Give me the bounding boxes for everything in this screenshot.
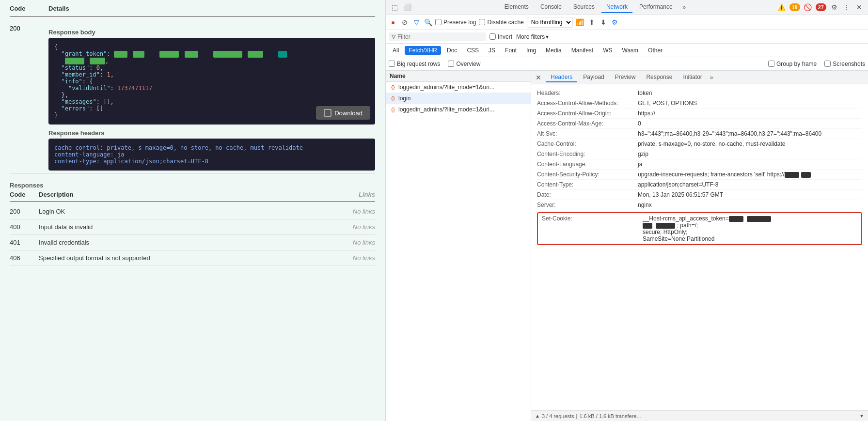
settings-icon[interactable]: ⚙ (829, 2, 839, 12)
api-icon-0: {} (390, 84, 396, 91)
status-separator: | (576, 413, 578, 419)
scroll-down-icon[interactable]: ▼ (859, 413, 864, 419)
download-button[interactable]: Download (316, 106, 370, 120)
network-toolbar: ● ⊘ ▽ 🔍 Preserve log Disable cache No th… (386, 15, 868, 30)
type-media[interactable]: Media (542, 46, 566, 55)
download-label: Download (334, 109, 363, 117)
redacted-token-1 (729, 216, 743, 222)
close-devtools-icon[interactable]: ✕ (854, 2, 864, 12)
more-tabs-icon[interactable]: » (679, 2, 689, 12)
type-font[interactable]: Font (501, 46, 521, 55)
screenshots-checkbox[interactable] (824, 61, 831, 67)
preserve-log-label[interactable]: Preserve log (435, 19, 476, 26)
detail-tab-response[interactable]: Response (641, 73, 677, 82)
header-row-3: Access-Control-Max-Age: 0 (537, 119, 862, 129)
close-detail-button[interactable]: ✕ (534, 73, 543, 82)
redacted-token-4 (656, 223, 675, 229)
disable-cache-checkbox[interactable] (479, 19, 485, 25)
overview-checkbox[interactable] (448, 61, 454, 67)
group-by-frame-checkbox[interactable] (768, 61, 774, 67)
json-info: "info": { (54, 78, 369, 85)
type-fetch-xhr[interactable]: Fetch/XHR (405, 46, 441, 55)
type-other[interactable]: Other (644, 46, 666, 55)
hkey-3: Access-Control-Max-Age: (537, 120, 634, 127)
responses-row-3: 406 Specified output format is not suppo… (10, 250, 375, 266)
detail-tabs: ✕ Headers Payload Preview Response Initi… (531, 71, 868, 84)
type-all[interactable]: All (389, 46, 403, 55)
tab-console[interactable]: Console (536, 1, 567, 13)
upload-icon[interactable]: ⬆ (587, 18, 596, 27)
cursor-icon[interactable]: ⬚ (390, 2, 399, 12)
download-icon[interactable]: ⬇ (599, 18, 608, 27)
invert-label[interactable]: Invert (489, 33, 512, 40)
big-request-rows-label[interactable]: Big request rows (389, 61, 440, 67)
header-row-6: Content-Encoding: gzip (537, 149, 862, 159)
filter-input[interactable] (397, 33, 475, 40)
resp-desc-1: Input data is invalid (39, 223, 327, 231)
detail-tab-initiator[interactable]: Initiator (678, 73, 707, 82)
detail-tab-payload[interactable]: Payload (578, 73, 609, 82)
disable-cache-label[interactable]: Disable cache (479, 19, 523, 26)
detail-tab-preview[interactable]: Preview (610, 73, 641, 82)
json-valid-until: "validUntil": 1737471117 (54, 85, 369, 92)
type-filter-bar: All Fetch/XHR Doc CSS JS Font Img Media … (386, 44, 868, 57)
type-manifest[interactable]: Manifest (568, 46, 597, 55)
devtools-panel: ⬚ ⬜ Elements Console Sources Network Per… (385, 0, 868, 421)
filter-bar: ▽ Invert More filters ▾ (386, 30, 868, 44)
hval-5: private, s-maxage=0, no-store, no-cache,… (638, 140, 862, 147)
group-by-frame-label[interactable]: Group by frame (768, 61, 817, 67)
tab-sources[interactable]: Sources (568, 1, 600, 13)
wifi-icon[interactable]: 📶 (576, 18, 584, 27)
throttle-select[interactable]: No throttling (527, 17, 573, 28)
scroll-up-icon[interactable]: ▲ (535, 413, 540, 419)
header-row-11: Server: nginx (537, 200, 862, 210)
hkey-7: Content-Language: (537, 161, 634, 168)
response-body-label: Response body (48, 29, 375, 36)
header-row-5: Cache-Control: private, s-maxage=0, no-s… (537, 139, 862, 149)
type-img[interactable]: Img (522, 46, 540, 55)
devtools-topbar: ⬚ ⬜ Elements Console Sources Network Per… (386, 0, 868, 15)
col-code-header: Code (10, 5, 48, 12)
detail-tab-headers[interactable]: Headers (546, 73, 577, 82)
screenshots-label[interactable]: Screenshots (824, 61, 865, 67)
resp-desc-2: Invalid credentials (39, 239, 327, 246)
hval-10: Mon, 13 Jan 2025 06:51:57 GMT (638, 191, 862, 198)
status-bar: ▲ 3 / 4 requests | 1.6 kB / 1.6 kB trans… (531, 410, 868, 421)
json-info-close: }, (54, 92, 369, 98)
hval-7: ja (638, 161, 862, 168)
search-icon[interactable]: 🔍 (424, 18, 432, 27)
tab-performance[interactable]: Performance (634, 1, 678, 13)
set-cookie-key: Set-Cookie: (542, 215, 639, 242)
record-icon[interactable]: ● (389, 18, 397, 27)
big-request-rows-checkbox[interactable] (389, 61, 395, 67)
filter-icon[interactable]: ▽ (412, 18, 421, 27)
preserve-log-checkbox[interactable] (435, 19, 442, 25)
tab-network[interactable]: Network (601, 1, 632, 13)
type-css[interactable]: CSS (463, 46, 483, 55)
device-icon[interactable]: ⬜ (402, 2, 412, 12)
more-detail-tabs-icon[interactable]: » (708, 73, 715, 82)
more-options-icon[interactable]: ⋮ (842, 2, 852, 12)
type-wasm[interactable]: Wasm (618, 46, 643, 55)
header-row-1: Access-Control-Allow-Methods: GET, POST,… (537, 98, 862, 109)
error-icon[interactable]: 🚫 (803, 2, 813, 12)
warning-icon[interactable]: ⚠️ (777, 2, 787, 12)
type-js[interactable]: JS (485, 46, 499, 55)
net-item-2[interactable]: {} loggedin_admins/?lite_mode=1&uri... (386, 104, 531, 115)
more-filters-button[interactable]: More filters ▾ (516, 33, 549, 40)
net-item-1[interactable]: {} login (386, 93, 531, 104)
hkey-0: Headers: (537, 90, 634, 96)
type-ws[interactable]: WS (599, 46, 616, 55)
response-headers-block: cache-control: private, s-maxage=0, no-s… (48, 139, 375, 171)
clear-icon[interactable]: ⊘ (400, 18, 409, 27)
chevron-down-icon: ▾ (546, 33, 549, 40)
resp-desc-3: Specified output format is not supported (39, 254, 327, 262)
net-item-0[interactable]: {} loggedin_admins/?lite_mode=1&uri... (386, 82, 531, 93)
tab-elements[interactable]: Elements (500, 1, 534, 13)
invert-checkbox[interactable] (489, 33, 496, 40)
error-badge: 27 (816, 3, 826, 11)
set-cookie-value: __Host-rcms_api_access_token= ; path=/; … (643, 215, 857, 242)
type-doc[interactable]: Doc (443, 46, 461, 55)
overview-label[interactable]: Overview (448, 61, 480, 67)
settings-network-icon[interactable]: ⚙ (611, 18, 619, 27)
